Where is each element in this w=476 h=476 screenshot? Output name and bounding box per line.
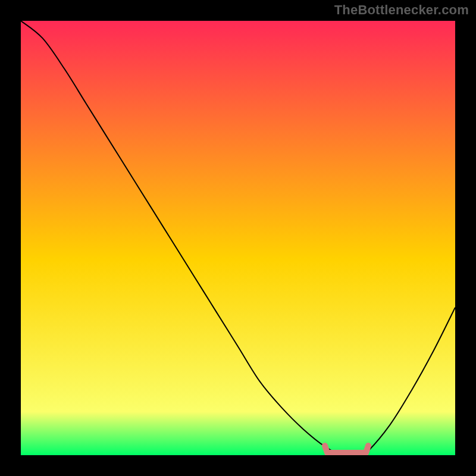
plot-area [21, 21, 455, 455]
chart-svg [21, 21, 455, 455]
attribution-text: TheBottlenecker.com [334, 2, 469, 18]
chart-frame: TheBottlenecker.com [0, 0, 476, 476]
gradient-background [21, 21, 455, 455]
